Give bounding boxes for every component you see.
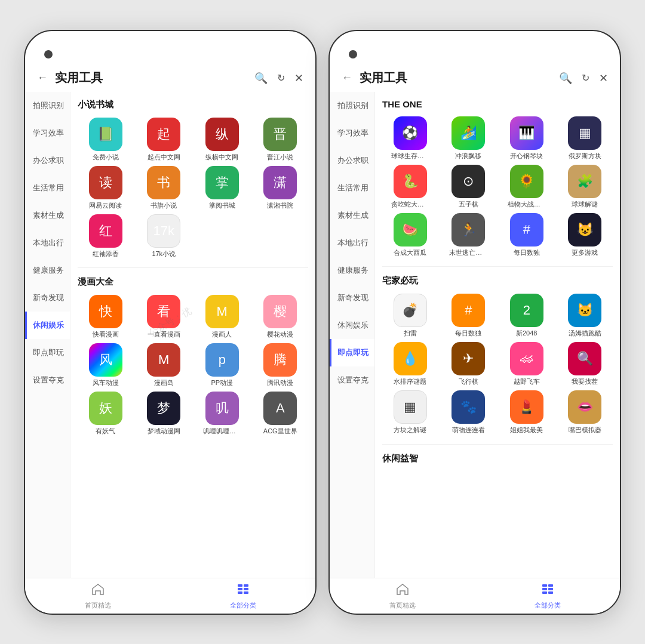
svg-rect-4 xyxy=(238,591,242,594)
app-item[interactable]: M漫画人 xyxy=(194,295,250,338)
sidebar-item[interactable]: 办公求职 xyxy=(25,147,70,174)
sidebar-item[interactable]: 即点即玩 xyxy=(330,339,374,366)
app-item[interactable]: 🍉合成大西瓜 xyxy=(382,213,438,257)
app-icon: 😺 xyxy=(568,213,601,246)
app-item[interactable]: 💧水排序谜题 xyxy=(382,342,438,386)
app-item[interactable]: ▦俄罗斯方块 xyxy=(557,116,613,160)
app-item[interactable]: ⊙五子棋 xyxy=(441,165,497,208)
sidebar-item[interactable]: 健康服务 xyxy=(25,257,70,284)
app-icon: 潇 xyxy=(263,166,297,199)
app-item[interactable]: 晋晋江小说 xyxy=(253,118,309,161)
app-item[interactable]: 风风车动漫 xyxy=(78,343,134,387)
app-label: 快看漫画 xyxy=(93,331,119,338)
search-icon-left[interactable]: 🔍 xyxy=(252,69,270,87)
app-item[interactable]: 🐾萌物连连看 xyxy=(441,390,497,434)
sidebar-item[interactable]: 本地出行 xyxy=(330,229,374,257)
sidebar-item[interactable]: 学习效率 xyxy=(330,119,374,147)
sidebar-item[interactable]: 生活常用 xyxy=(25,174,70,202)
app-item[interactable]: 潇潇湘书院 xyxy=(253,166,309,209)
app-icon: 掌 xyxy=(205,166,239,199)
refresh-icon-right[interactable]: ↻ xyxy=(579,70,592,86)
bottom-nav-item[interactable]: 全部分类 xyxy=(475,578,620,614)
sidebar-item[interactable]: 本地出行 xyxy=(25,229,70,257)
app-item[interactable]: 快快看漫画 xyxy=(78,295,134,338)
app-item[interactable]: #每日数独 xyxy=(441,294,497,337)
app-item[interactable]: 🐱汤姆猫跑酷 xyxy=(557,294,613,337)
sidebar-item[interactable]: 素材生成 xyxy=(330,202,374,229)
app-item[interactable]: 起起点中文网 xyxy=(136,118,192,161)
close-icon-right[interactable]: ✕ xyxy=(597,69,610,87)
app-item[interactable]: pPP动漫 xyxy=(194,343,250,387)
sidebar-item[interactable]: 新奇发现 xyxy=(330,284,374,312)
svg-rect-11 xyxy=(548,591,553,594)
sidebar-item[interactable]: 即点即玩 xyxy=(25,339,70,366)
app-item[interactable]: 🔍我要找茬 xyxy=(557,342,613,386)
app-item[interactable]: 🐍贪吃蛇大作战 xyxy=(382,165,438,208)
app-item[interactable]: 腾腾讯动漫 xyxy=(253,343,309,387)
app-grid: ⚽球球生存大...🏄冲浪飘移🎹开心钢琴块▦俄罗斯方块🐍贪吃蛇大作战⊙五子棋🌻植物… xyxy=(382,116,613,257)
sidebar-item[interactable]: 拍照识别 xyxy=(330,92,374,119)
app-item[interactable]: 叽叽哩叽哩游... xyxy=(194,392,250,435)
app-icon: # xyxy=(510,213,543,246)
back-button-right[interactable]: ← xyxy=(339,69,355,87)
app-item[interactable]: 掌掌阅书城 xyxy=(194,166,250,209)
sidebar-item[interactable]: 办公求职 xyxy=(330,147,374,174)
bottom-nav-item[interactable]: 全部分类 xyxy=(170,578,315,614)
app-item[interactable]: AACG里世界 xyxy=(253,392,309,435)
app-label: 嘴巴模拟器 xyxy=(569,426,601,434)
app-item[interactable]: 梦梦域动漫网 xyxy=(136,392,192,435)
sidebar-item[interactable]: 生活常用 xyxy=(330,174,374,202)
sidebar-item[interactable]: 设置夺克 xyxy=(330,366,374,394)
sidebar-item[interactable]: 休闲娱乐 xyxy=(330,312,374,339)
app-item[interactable]: 书书旗小说 xyxy=(136,166,192,209)
app-item[interactable]: 🌻植物大战僵... xyxy=(499,165,555,208)
refresh-icon-left[interactable]: ↻ xyxy=(275,70,287,86)
sidebar-item[interactable]: 设置夺克 xyxy=(25,366,70,394)
app-item[interactable]: 红红袖添香 xyxy=(78,214,134,258)
app-item[interactable]: 看一直看漫画 xyxy=(136,295,192,338)
app-item[interactable]: 😺更多游戏 xyxy=(557,213,613,257)
app-item[interactable]: 📗免费小说 xyxy=(78,118,134,161)
app-label: 樱花动漫 xyxy=(267,331,293,338)
app-item[interactable]: 妖有妖气 xyxy=(78,392,134,435)
app-label: 漫画人 xyxy=(212,331,232,338)
app-item[interactable]: #每日数独 xyxy=(499,213,555,257)
app-item[interactable]: 🏄冲浪飘移 xyxy=(441,116,497,160)
app-item[interactable]: 💄姐姐我最美 xyxy=(499,390,555,434)
app-item[interactable]: 🏎越野飞车 xyxy=(499,342,555,386)
app-item[interactable]: ✈飞行棋 xyxy=(441,342,497,386)
search-icon-right[interactable]: 🔍 xyxy=(557,69,575,87)
app-icon: 看 xyxy=(147,295,180,328)
app-item[interactable]: 🧩球球解谜 xyxy=(557,165,613,208)
app-item[interactable]: 🎹开心钢琴块 xyxy=(499,116,555,160)
sidebar-item[interactable]: 健康服务 xyxy=(330,257,374,284)
header-right: ← 实用工具 🔍 ↻ ✕ xyxy=(330,64,620,92)
sidebar-item[interactable]: 素材生成 xyxy=(25,202,70,229)
app-item[interactable]: 2新2048 xyxy=(499,294,555,337)
app-item[interactable]: ⚽球球生存大... xyxy=(382,116,438,160)
back-button-left[interactable]: ← xyxy=(35,69,50,87)
app-icon: 💧 xyxy=(394,342,427,375)
sidebar-item[interactable]: 学习效率 xyxy=(25,119,70,147)
app-item[interactable]: 读网易云阅读 xyxy=(78,166,134,209)
sidebar-item[interactable]: 拍照识别 xyxy=(25,92,70,119)
nav-active-icon xyxy=(541,583,554,599)
app-label: 红袖添香 xyxy=(93,250,119,258)
app-item[interactable]: M漫画岛 xyxy=(136,343,192,387)
app-item[interactable]: ▦方块之解谜 xyxy=(382,390,438,434)
app-icon: 2 xyxy=(510,294,543,327)
app-item[interactable]: 🏃末世逃亡求... xyxy=(441,213,497,257)
app-item[interactable]: 17k17k小说 xyxy=(136,214,192,258)
app-item[interactable]: 纵纵横中文网 xyxy=(194,118,250,161)
app-item[interactable]: 👄嘴巴模拟器 xyxy=(557,390,613,434)
app-item[interactable]: 💣扫雷 xyxy=(382,294,438,337)
bottom-nav-item[interactable]: 首页精选 xyxy=(25,578,170,614)
svg-rect-7 xyxy=(542,588,547,590)
sidebar-item[interactable]: 休闲娱乐 xyxy=(25,312,70,339)
sidebar-item[interactable]: 新奇发现 xyxy=(25,284,70,312)
left-phone: ← 实用工具 🔍 ↻ ✕ 拍照识别学习效率办公求职生活常用素材生成本地出行健康服… xyxy=(24,30,317,615)
bottom-nav-item[interactable]: 首页精选 xyxy=(330,578,475,614)
close-icon-left[interactable]: ✕ xyxy=(292,69,306,87)
app-icon: ⊙ xyxy=(452,165,485,198)
app-item[interactable]: 樱樱花动漫 xyxy=(253,295,309,338)
